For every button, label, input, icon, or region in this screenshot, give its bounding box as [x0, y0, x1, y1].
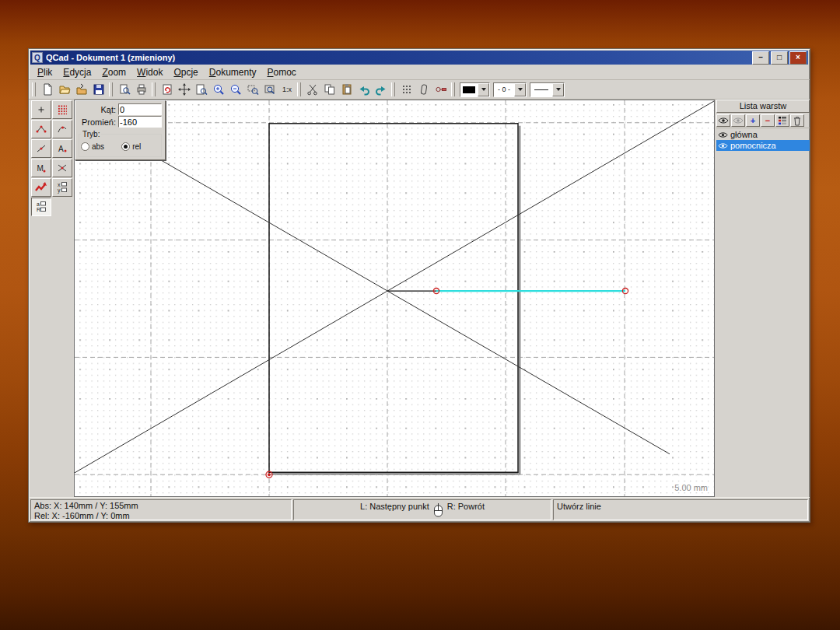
redraw-button[interactable] — [159, 82, 176, 97]
blocks-button[interactable] — [432, 82, 450, 97]
draft-mode-button[interactable] — [415, 82, 432, 97]
svg-text:a: a — [37, 201, 40, 207]
snap-on-entity-button[interactable] — [52, 120, 72, 138]
eye-icon — [718, 117, 729, 124]
snap-on-entity-icon — [56, 123, 68, 135]
tool-options-panel: Kąt: Promień: Tryb: absrel — [75, 100, 166, 160]
chevron-down-icon — [556, 88, 561, 91]
mode-label: Tryb: — [81, 130, 101, 138]
menu-bar: PlikEdycjaZoomWidokOpcjeDokumentyPomoc — [29, 65, 810, 80]
menu-item-opcje[interactable]: Opcje — [168, 65, 203, 79]
save-icon — [93, 83, 105, 96]
radio-rel[interactable]: rel — [121, 142, 141, 151]
undo-button[interactable] — [355, 82, 373, 97]
cut-button[interactable] — [304, 82, 321, 97]
copy-button[interactable] — [321, 82, 338, 97]
color-combo[interactable] — [460, 82, 490, 97]
print-button[interactable] — [133, 82, 150, 97]
rel-coordinates: Rel: X: -160mm / Y: 0mm — [34, 511, 288, 521]
remove-layer-button[interactable]: − — [761, 114, 775, 127]
zoom-page-button[interactable] — [193, 82, 210, 97]
snap-free-button[interactable] — [31, 100, 51, 119]
snap-intersection-button[interactable]: M — [31, 159, 51, 177]
maximize-button[interactable]: □ — [771, 51, 788, 65]
chevron-down-icon — [518, 88, 523, 91]
edit-layer-button[interactable] — [775, 114, 789, 127]
radius-input[interactable] — [118, 116, 162, 128]
width-combo[interactable]: - 0 - — [493, 82, 527, 97]
snap-middle-button[interactable] — [31, 139, 51, 158]
layer-row-pomocnicza[interactable]: pomocnicza — [716, 140, 810, 151]
zoom-out-button[interactable] — [227, 82, 244, 97]
snap-distance-button[interactable]: A — [52, 139, 72, 158]
layer-row-główna[interactable]: główna — [716, 129, 810, 140]
snap-auto-icon — [56, 162, 68, 174]
chevron-down-icon — [481, 88, 486, 91]
width-dropdown-arrow[interactable] — [514, 83, 526, 96]
menu-item-pomoc[interactable]: Pomoc — [261, 65, 301, 79]
titlebar[interactable]: Q QCad - Dokument 1 (zmieniony) – □ × — [30, 51, 808, 65]
zoom-in-button[interactable] — [210, 82, 227, 97]
toolbar-grip — [297, 82, 301, 96]
mouse-icon — [433, 503, 443, 517]
snap-grid-button[interactable] — [52, 100, 72, 119]
menu-item-edycja[interactable]: Edycja — [58, 65, 96, 79]
grid-toggle-button[interactable] — [398, 82, 415, 97]
pan-icon — [178, 83, 191, 96]
window-title: QCad - Dokument 1 (zmieniony) — [43, 53, 751, 62]
layer-list: głównapomocnicza — [716, 128, 810, 497]
menu-item-plik[interactable]: Plik — [32, 65, 58, 79]
zoom-ratio-button[interactable]: 1:x — [278, 82, 296, 97]
open-button[interactable] — [56, 82, 73, 97]
blocks-icon — [435, 83, 447, 96]
angle-label: Kąt: — [77, 105, 118, 114]
draw-polyline-icon — [34, 181, 48, 194]
pan-view-button[interactable] — [176, 82, 193, 97]
open-folder-icon — [58, 83, 71, 96]
zoom-auto-button[interactable] — [261, 82, 278, 97]
layer-visible-icon — [718, 131, 728, 138]
print-preview-icon — [118, 83, 131, 96]
tool-hint-panel: Utwórz linie — [553, 499, 808, 520]
snap-auto-button[interactable] — [52, 159, 72, 177]
svg-text:M: M — [37, 164, 43, 173]
coord-polar-button[interactable]: aR — [31, 198, 51, 216]
line-style-dropdown-arrow[interactable] — [552, 83, 564, 96]
menu-item-dokumenty[interactable]: Dokumenty — [204, 65, 262, 79]
menu-item-zoom[interactable]: Zoom — [96, 65, 131, 79]
draw-polyline-button[interactable] — [31, 178, 51, 197]
paste-button[interactable] — [338, 82, 355, 97]
status-bar: Abs: X: 140mm / Y: 155mm Rel: X: -160mm … — [29, 497, 810, 522]
layer-attributes-icon — [778, 116, 787, 125]
save-button[interactable] — [90, 82, 107, 97]
print-preview-button[interactable] — [116, 82, 133, 97]
zoom-window-button[interactable] — [244, 82, 261, 97]
show-all-layers-button[interactable] — [716, 114, 730, 127]
svg-text:y: y — [58, 187, 61, 194]
zoom-out-icon — [229, 83, 242, 96]
coord-cartesian-button[interactable]: xy — [52, 178, 72, 197]
radio-abs[interactable]: abs — [81, 142, 104, 151]
layers-toolbar: + − — [716, 113, 810, 128]
angle-input[interactable] — [118, 103, 162, 115]
zoom-page-icon — [195, 83, 208, 96]
snap-endpoints-button[interactable] — [31, 120, 51, 138]
drawing-canvas[interactable]: 5.00 mm Kąt: Promień: Tryb: absrel — [74, 100, 715, 497]
coord-cartesian-icon: xy — [56, 181, 68, 194]
left-button-hint: L: Następny punkt — [360, 502, 429, 520]
hide-all-layers-button[interactable] — [731, 114, 745, 127]
close-button[interactable]: × — [789, 51, 807, 65]
snap-endpoints-icon — [35, 123, 47, 135]
undo-icon — [358, 83, 370, 96]
add-layer-button[interactable]: + — [746, 114, 760, 127]
slide-background: Q QCad - Dokument 1 (zmieniony) – □ × Pl… — [0, 0, 840, 630]
menu-item-widok[interactable]: Widok — [131, 65, 168, 79]
line-style-combo[interactable] — [530, 82, 565, 97]
minimize-button[interactable]: – — [752, 51, 769, 65]
coordinates-panel: Abs: X: 140mm / Y: 155mm Rel: X: -160mm … — [30, 499, 292, 520]
new-button[interactable] — [39, 82, 56, 97]
delete-layer-button[interactable] — [790, 114, 804, 127]
open-folder-button[interactable] — [73, 82, 90, 97]
redo-button[interactable] — [373, 82, 390, 97]
color-dropdown-arrow[interactable] — [478, 83, 489, 96]
